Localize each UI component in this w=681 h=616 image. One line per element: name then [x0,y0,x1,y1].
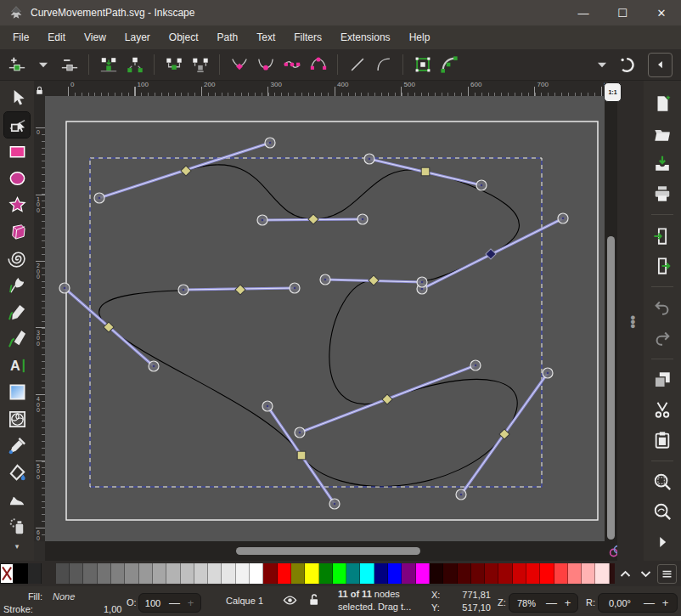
palette-swatch[interactable] [278,563,291,584]
dock-resize-grip[interactable]: ●●● [630,315,636,328]
menu-filters[interactable]: Filters [284,25,331,49]
palette-swatch[interactable] [554,563,568,584]
stroke-to-path-button[interactable] [437,53,460,76]
export-button[interactable] [650,255,674,277]
menu-text[interactable]: Text [247,25,284,49]
palette-swatch[interactable] [139,563,153,584]
redo-button[interactable] [650,326,674,348]
menu-object[interactable]: Object [160,25,208,49]
tweak-tool[interactable] [4,487,30,512]
palette-swatch[interactable] [319,563,333,584]
join-with-segment-button[interactable] [162,53,185,76]
zoom-1-1-badge[interactable]: 1:1 [604,82,622,102]
paint-bucket-tool[interactable] [4,460,30,485]
rotation-decrease-button[interactable]: — [641,596,657,609]
palette-swatch[interactable] [485,563,498,584]
horizontal-ruler[interactable]: 0100200300400500600700800 [45,81,605,97]
delete-segment-button[interactable] [189,53,211,76]
palette-swatch[interactable] [166,563,180,584]
save-document-button[interactable] [650,153,674,175]
pen-tool[interactable] [4,273,30,298]
menu-help[interactable]: Help [400,25,440,49]
palette-swatch[interactable] [98,563,111,584]
palette-swatch[interactable] [111,563,125,584]
symmetric-node-button[interactable] [280,53,303,76]
selector-tool[interactable] [4,85,30,110]
palette-scroll-up-icon[interactable] [615,563,635,584]
cut-button[interactable] [650,398,674,421]
palette-swatch[interactable] [236,563,250,584]
palette-swatch[interactable] [568,563,582,584]
palette-swatch-none[interactable] [0,563,14,584]
palette-swatch[interactable] [416,563,430,584]
palette-swatch[interactable] [208,563,222,584]
undo-button[interactable] [650,297,674,319]
palette-swatch[interactable] [222,563,235,584]
zoom-value[interactable]: 78% [509,598,543,608]
stroke-width-value[interactable]: 1,00 [104,604,121,614]
palette-swatch[interactable] [291,563,305,584]
gradient-tool[interactable] [4,380,30,405]
layer-lock-icon[interactable] [307,592,321,608]
palette-swatch[interactable] [458,563,471,584]
print-button[interactable] [650,183,674,205]
show-handles-toggle[interactable] [616,53,639,76]
palette-swatch[interactable] [388,563,402,584]
palette-swatch[interactable] [360,563,374,584]
palette-swatch[interactable] [526,563,540,584]
insert-node-button[interactable] [5,53,28,76]
zoom-spinner[interactable]: 78% — + [509,593,578,613]
menu-path[interactable]: Path [208,25,248,49]
palette-menu-icon[interactable] [657,564,677,584]
vertical-scrollbar-thumb[interactable] [607,236,615,540]
node-tool[interactable] [4,112,30,138]
palette-swatch[interactable] [498,563,512,584]
smooth-node-button[interactable] [254,53,277,76]
import-button[interactable] [650,224,674,246]
palette-swatch[interactable] [153,563,166,584]
join-nodes-button[interactable] [97,53,120,76]
canvas[interactable] [45,96,605,541]
menu-layer[interactable]: Layer [115,25,160,49]
palette-swatch[interactable] [305,563,318,584]
palette-swatch[interactable] [582,563,595,584]
opacity-value[interactable]: 100 [139,598,166,608]
palette-swatch[interactable] [83,563,97,584]
opacity-spinner[interactable]: 100 — + [138,593,201,613]
palette-swatch[interactable] [430,563,443,584]
rotation-increase-button[interactable]: + [657,596,673,609]
break-nodes-button[interactable] [123,53,146,76]
spiral-tool[interactable] [4,246,30,271]
open-document-button[interactable] [650,122,674,144]
line-segment-button[interactable] [346,53,369,76]
palette-swatch[interactable] [513,563,526,584]
palette-swatch[interactable] [374,563,388,584]
text-tool[interactable]: A [4,353,30,378]
zoom-drawing-button[interactable] [650,500,674,523]
mesh-tool[interactable] [4,406,30,432]
layer-visibility-eye-icon[interactable] [282,593,298,608]
palette-swatch[interactable] [333,563,346,584]
box3d-tool[interactable] [4,219,30,245]
star-tool[interactable] [4,192,30,218]
palette-swatch[interactable] [471,563,485,584]
opacity-decrease-button[interactable]: — [166,596,183,609]
pencil-tool[interactable] [4,299,30,325]
toolbox-overflow-icon[interactable]: ▾ [15,542,20,551]
zoom-decrease-button[interactable]: — [543,596,560,609]
ellipse-tool[interactable] [4,166,30,191]
palette-swatch[interactable] [14,563,27,584]
close-button[interactable]: ✕ [642,0,681,25]
rotation-value[interactable]: 0,00° [599,598,641,608]
palette-swatch[interactable] [346,563,360,584]
palette-swatch[interactable] [194,563,208,584]
snap-bar-toggle-button[interactable] [648,53,673,77]
zoom-increase-button[interactable]: + [560,596,576,609]
calligraphy-tool[interactable] [4,326,30,352]
paste-button[interactable] [650,429,674,451]
new-document-button[interactable] [650,93,674,115]
palette-swatch[interactable] [28,563,42,584]
zoom-selection-button[interactable] [650,471,674,493]
layer-name[interactable]: Calque 1 [226,596,263,606]
curve-segment-button[interactable] [372,53,395,76]
